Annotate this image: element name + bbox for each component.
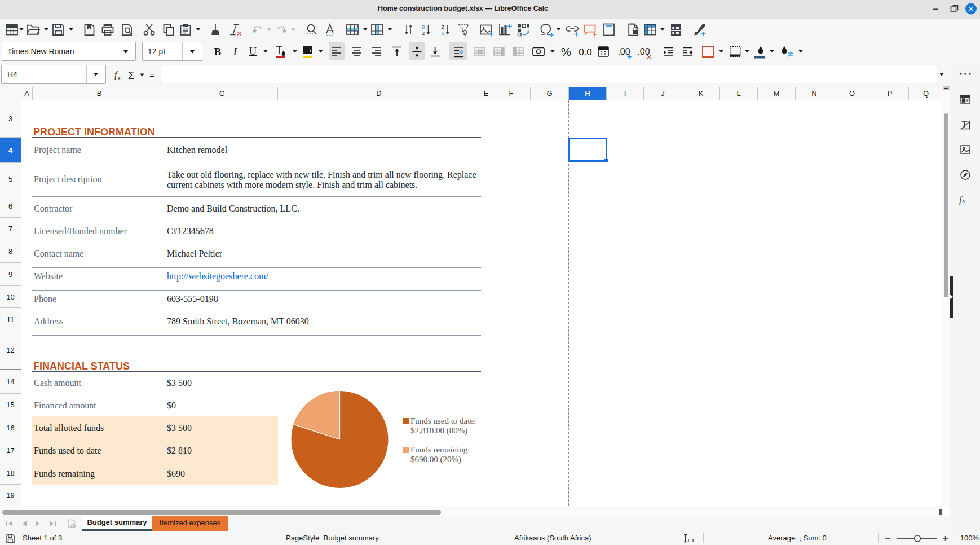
- svg-text:U: U: [249, 46, 257, 57]
- svg-text:.00: .00: [617, 47, 630, 56]
- svg-text:B: B: [214, 46, 221, 58]
- svg-text:Q: Q: [462, 29, 467, 36]
- svg-text:.00: .00: [637, 47, 650, 56]
- svg-text:a: a: [441, 29, 445, 36]
- svg-text:0.0: 0.0: [579, 47, 592, 58]
- svg-text:x: x: [118, 75, 121, 81]
- svg-text:z: z: [422, 29, 425, 36]
- svg-text:I: I: [233, 46, 238, 58]
- svg-text:Σ: Σ: [128, 70, 134, 81]
- svg-text:=: =: [149, 71, 154, 80]
- svg-text:%: %: [561, 46, 571, 58]
